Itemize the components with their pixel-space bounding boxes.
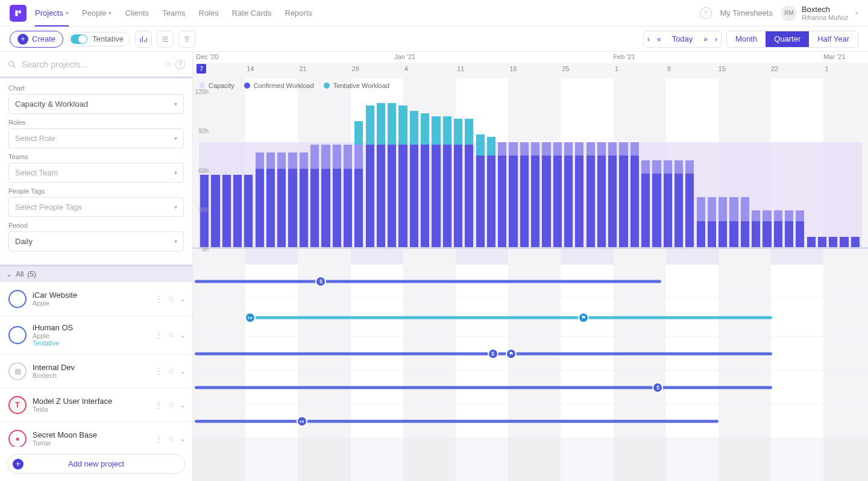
my-timesheets-link[interactable]: My Timesheets (720, 8, 773, 17)
star-icon[interactable]: ☆ (166, 399, 176, 410)
tags-filter[interactable]: Select People Tags▾ (8, 197, 184, 217)
chevron-down-icon: ▾ (66, 10, 69, 16)
nav-tab-projects[interactable]: Projects▾ (35, 0, 69, 26)
next-fast-button[interactable]: » (700, 31, 711, 48)
range-quarter[interactable]: Quarter (766, 31, 809, 47)
logo-icon (14, 9, 22, 17)
month-label: Mar '21 (823, 53, 845, 60)
tentative-toggle[interactable]: Tentative (68, 32, 130, 46)
project-row[interactable]: iCar Website Apple ⋮ ☆ ⌄ (0, 282, 192, 316)
project-row[interactable]: ● Secret Moon Base Tomar ⋮ ☆ ⌄ (0, 422, 192, 447)
project-title: Internal Dev (33, 363, 148, 372)
star-icon[interactable]: ☆ (166, 293, 176, 304)
star-icon[interactable]: ☆ (166, 329, 176, 341)
nav-tab-roles[interactable]: Roles (199, 0, 219, 26)
milestone-start[interactable]: ↦ (245, 312, 256, 323)
chart-filter-label: Chart (8, 84, 184, 92)
chart-bar (498, 142, 506, 247)
chevron-down-icon[interactable]: ⌄ (178, 329, 187, 341)
gantt-footer (193, 438, 868, 481)
project-row[interactable]: ▦ Internal Dev Boxtech ⋮ ☆ ⌄ (0, 354, 192, 388)
day-tick: 25 (562, 65, 569, 72)
chart-bar (631, 142, 639, 247)
star-icon[interactable]: ☆ (166, 433, 176, 444)
chevron-down-icon: ▾ (855, 10, 858, 16)
star-icon[interactable]: ☆ (165, 60, 172, 69)
app-logo[interactable] (10, 5, 27, 22)
chart-view-button[interactable] (135, 31, 152, 48)
teams-filter[interactable]: Select Team▾ (8, 163, 184, 183)
current-day-marker: 7 (197, 64, 206, 74)
period-filter[interactable]: Daily▾ (8, 231, 184, 251)
projects-header[interactable]: ⌄ All (5) (0, 266, 192, 282)
nav-tab-teams[interactable]: Teams (162, 0, 185, 26)
chart-bar (719, 197, 727, 247)
add-project-button[interactable]: + Add new project (7, 454, 185, 474)
milestone-flag[interactable]: ⚑ (506, 348, 517, 359)
svg-point-0 (9, 61, 14, 66)
gantt-header-spacer (193, 249, 868, 265)
more-icon[interactable]: ⋮ (154, 365, 164, 377)
nav-tab-clients[interactable]: Clients (125, 0, 149, 26)
help-icon[interactable]: ? (700, 7, 712, 19)
more-icon[interactable]: ⋮ (154, 293, 164, 304)
milestone-start[interactable]: ↦ (297, 416, 307, 427)
chevron-down-icon[interactable]: ⌄ (178, 399, 187, 410)
sort-button[interactable] (178, 31, 195, 48)
chart-bar (288, 152, 297, 247)
milestone-$[interactable]: $ (652, 382, 663, 393)
toolbar: + Create Tentative ‹ « Today » › MonthQu… (0, 27, 868, 52)
prev-button[interactable]: ‹ (644, 31, 653, 48)
gantt-bar[interactable] (195, 420, 719, 423)
chart-bar (587, 142, 595, 247)
milestone-$[interactable]: $ (315, 276, 326, 287)
nav-tab-people[interactable]: People▾ (82, 0, 112, 26)
company-name: Boxtech (802, 5, 848, 14)
range-half-year[interactable]: Half Year (809, 31, 858, 47)
prev-fast-button[interactable]: « (653, 31, 665, 48)
chart-bar (410, 111, 418, 247)
chart-bar (675, 160, 683, 247)
next-button[interactable]: › (711, 31, 721, 48)
project-row[interactable]: iHuman OS Apple Tentative ⋮ ☆ ⌄ (0, 316, 192, 354)
month-label: Dec '20 (196, 53, 218, 60)
avatar: RM (781, 5, 797, 21)
y-tick: 120h (195, 89, 209, 95)
search-input[interactable] (22, 60, 160, 69)
chart-bar (697, 197, 705, 247)
chevron-down-icon[interactable]: ⌄ (178, 365, 187, 377)
list-view-button[interactable] (157, 31, 174, 48)
roles-filter[interactable]: Select Role▾ (8, 128, 184, 148)
milestone-$[interactable]: $ (488, 348, 498, 359)
nav-tab-rate-cards[interactable]: Rate Cards (232, 0, 272, 26)
chart-bar (542, 142, 550, 247)
chart-bar (366, 105, 374, 247)
project-row[interactable]: T Model Z User Interface Tesla ⋮ ☆ ⌄ (0, 388, 192, 422)
project-client: Apple (33, 300, 148, 307)
nav-tab-reports[interactable]: Reports (285, 0, 313, 26)
user-name: Rihanna Muñoz (802, 14, 848, 21)
user-menu[interactable]: RM Boxtech Rihanna Muñoz ▾ (781, 5, 858, 21)
chart-filter[interactable]: Capacity & Workload▾ (8, 94, 184, 114)
chart-bar (763, 210, 771, 247)
chevron-down-icon[interactable]: ⌄ (178, 293, 187, 304)
gantt-bar[interactable] (195, 386, 772, 389)
today-button[interactable]: Today (665, 31, 700, 48)
range-group: MonthQuarterHalf Year (726, 31, 858, 48)
chart-bar (829, 237, 837, 247)
star-icon[interactable]: ☆ (166, 365, 176, 377)
chart-bar (553, 142, 562, 247)
chart-bar (509, 142, 517, 247)
help-small-icon[interactable]: ? (175, 60, 185, 69)
gantt-bar[interactable] (195, 352, 772, 355)
more-icon[interactable]: ⋮ (154, 329, 164, 341)
chart-bar (685, 160, 694, 247)
chevron-down-icon[interactable]: ⌄ (178, 433, 187, 444)
gantt-bar[interactable] (195, 280, 661, 283)
milestone-flag[interactable]: ⚑ (578, 312, 589, 323)
gantt-bar[interactable] (250, 316, 772, 319)
range-month[interactable]: Month (727, 31, 766, 47)
create-button[interactable]: + Create (10, 31, 63, 48)
more-icon[interactable]: ⋮ (154, 433, 164, 444)
more-icon[interactable]: ⋮ (154, 399, 164, 410)
